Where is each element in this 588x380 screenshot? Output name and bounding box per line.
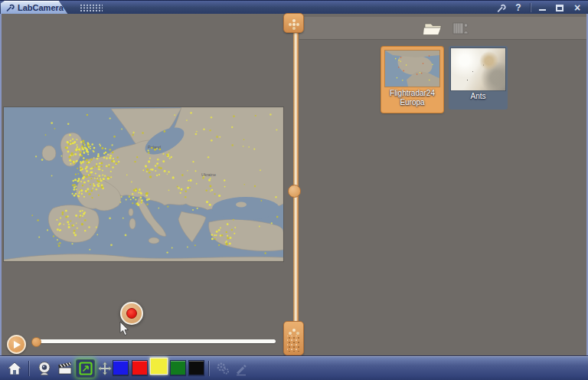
color-swatch-blue[interactable] (113, 360, 129, 375)
recording-thumbnail (451, 48, 505, 90)
settings-button[interactable] (213, 359, 232, 378)
clapperboard-icon (57, 360, 74, 377)
app-tab[interactable]: LabCamera (1, 1, 68, 15)
timeline-slider-handle[interactable] (31, 337, 41, 347)
draw-button[interactable] (231, 359, 250, 378)
maximize-icon (556, 5, 564, 11)
pin-tool-button[interactable] (495, 2, 507, 14)
fit-view-icon (78, 361, 93, 376)
pen-icon (233, 360, 250, 377)
splitter-bottom-grip[interactable] (283, 321, 304, 355)
color-swatch-yellow[interactable] (150, 358, 168, 375)
pan-view-button[interactable] (95, 359, 114, 378)
home-icon (6, 360, 23, 377)
toolbar-divider (28, 361, 29, 376)
help-icon: ? (515, 2, 521, 13)
recording-tile[interactable]: Ants (449, 46, 508, 110)
camera-preview: Poland Ukraine (4, 107, 283, 261)
home-button[interactable] (5, 359, 24, 378)
pan-arrows-icon (96, 360, 113, 377)
maximize-button[interactable] (554, 2, 566, 14)
splitter-top-grip[interactable] (283, 13, 304, 33)
help-button[interactable]: ? (512, 2, 524, 14)
webcam-icon (36, 360, 53, 377)
toolbar-divider (208, 361, 209, 376)
camera-button[interactable] (34, 359, 54, 378)
close-button[interactable]: × (571, 2, 583, 14)
grip-dots-icon (292, 23, 296, 26)
color-swatch-green[interactable] (170, 360, 186, 375)
minimize-icon (539, 9, 546, 11)
flightradar-map-image: Poland Ukraine (4, 107, 283, 261)
recording-thumbnail (385, 51, 439, 87)
window-controls: ? × (495, 1, 583, 15)
recording-title: Flightradar24 Europa (383, 89, 442, 107)
wrench-icon (5, 3, 15, 12)
splitter-knob[interactable] (288, 185, 301, 198)
labcamera-window: LabCamera ? × (0, 0, 588, 380)
bottom-toolbar: M ZAIK (0, 355, 588, 380)
play-icon (14, 341, 21, 349)
record-button[interactable] (120, 302, 143, 325)
recording-title: Ants (450, 92, 506, 101)
close-icon: × (574, 3, 580, 12)
color-swatch-black[interactable] (188, 360, 204, 375)
open-folder-button[interactable] (420, 18, 446, 38)
titlebar: LabCamera ? × (0, 0, 588, 14)
recording-tile[interactable]: Flightradar24 Europa (381, 47, 443, 113)
grip-dots-icon (292, 329, 296, 332)
fit-view-button[interactable] (76, 359, 95, 378)
color-swatch-red[interactable] (132, 360, 148, 375)
record-icon (126, 308, 137, 319)
share-recordings-icon (451, 20, 471, 37)
ants-thumbnail-image (451, 48, 505, 90)
wrench-icon (496, 3, 506, 13)
minimize-button[interactable] (536, 2, 548, 14)
play-button[interactable] (7, 335, 26, 354)
grip-texture (287, 336, 300, 352)
recordings-toolbar (299, 17, 586, 40)
controls-divider (530, 3, 531, 12)
folder-open-icon (421, 19, 444, 38)
map-thumbnail-image (385, 51, 439, 87)
recordings-button[interactable] (55, 359, 74, 378)
timeline-slider[interactable] (35, 339, 276, 343)
gears-icon (214, 360, 231, 377)
drag-handle-dots[interactable] (80, 4, 103, 12)
app-title: LabCamera (18, 3, 64, 13)
share-recordings-button[interactable] (448, 18, 474, 38)
